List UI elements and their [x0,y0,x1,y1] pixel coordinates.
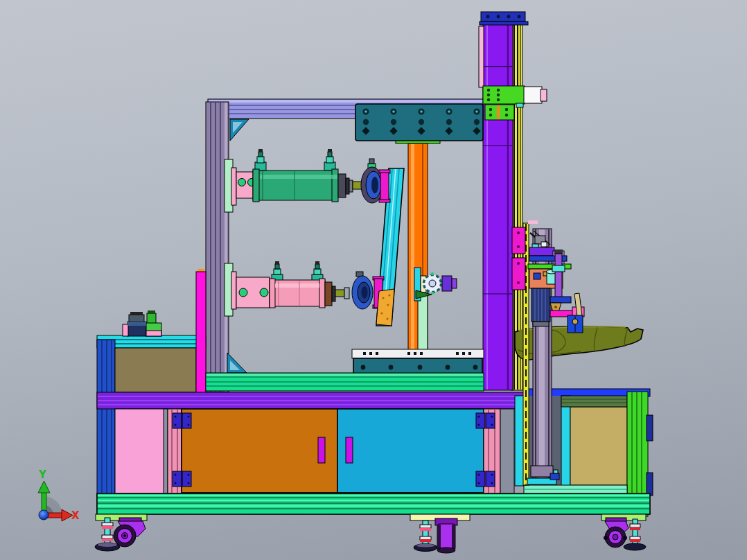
orientation-triad[interactable]: Y X [38,469,80,522]
air-fitting [324,149,335,170]
caster-center[interactable] [435,518,457,553]
sponge-pad [376,289,394,326]
caster-left[interactable] [114,518,146,547]
mounting-plate-top[interactable] [355,104,483,141]
pneumatic-cylinder-lower[interactable] [225,261,394,326]
pneumatic-cylinder-upper[interactable] [225,149,390,212]
axis-y-label: Y [38,469,47,481]
door-handle-left[interactable] [318,437,325,463]
frame-corner-gusset-top[interactable] [230,119,249,141]
table-device[interactable] [123,310,161,336]
frame-corner-gusset-bottom[interactable] [227,353,247,373]
rotary-actuator[interactable] [414,268,457,301]
center-column-orange[interactable] [396,134,440,351]
air-fitting [255,149,266,170]
cabinet-door-right[interactable] [337,409,484,493]
leveling-foot-center[interactable] [414,520,437,552]
axis-x-label: X [71,509,80,522]
cabinet[interactable] [115,409,514,494]
caster-right[interactable] [604,518,629,548]
base-rail[interactable] [97,493,650,514]
origin-sphere[interactable] [39,510,49,520]
frame-left-post[interactable] [206,102,229,392]
model-canvas[interactable]: Y X [0,0,747,560]
door-handle-right[interactable] [346,437,353,463]
cabinet-door-left[interactable] [182,409,337,493]
cad-viewport[interactable]: Y X [0,0,747,560]
